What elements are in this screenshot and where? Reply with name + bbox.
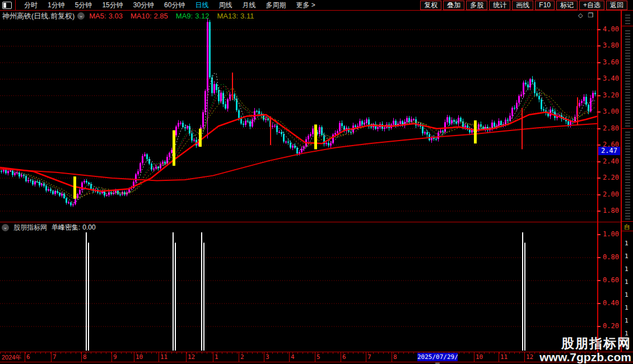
month-separator — [341, 352, 341, 362]
month-separator — [159, 352, 159, 362]
month-label: 10 — [476, 353, 483, 361]
month-separator — [51, 352, 52, 362]
price-tick — [597, 78, 601, 80]
price-label: 2.00 — [603, 190, 619, 198]
main-chart-canvas[interactable] — [0, 11, 597, 222]
price-label: 3.00 — [603, 108, 619, 115]
period-tab-6[interactable]: 日线 — [190, 1, 213, 10]
indicator-label: 1.00 — [603, 230, 619, 238]
year-label: 2024年 — [2, 353, 21, 362]
panes-icon[interactable]: ❐ — [588, 12, 598, 18]
period-tab-1[interactable]: 1分钟 — [43, 1, 70, 10]
month-label: 8 — [393, 353, 397, 361]
last-price-badge: 2.47 — [598, 147, 620, 155]
month-label: 9 — [113, 353, 117, 361]
indicator-label: 0.80 — [603, 253, 619, 261]
clipped-digit: 1 — [625, 265, 629, 273]
month-label: 6 — [26, 353, 30, 361]
month-separator — [366, 352, 366, 362]
diamond-icon[interactable]: ◇ — [578, 12, 588, 18]
month-separator — [111, 352, 112, 362]
month-label: 11 — [500, 353, 508, 361]
period-tab-7[interactable]: 周线 — [213, 1, 237, 10]
clipped-text — [625, 29, 630, 127]
period-tab-9[interactable]: 多周期 — [260, 1, 291, 10]
strip-divider — [622, 231, 633, 231]
watchlist-tab[interactable]: 自 — [624, 223, 630, 231]
ma-label: MA9: — [176, 12, 193, 20]
month-separator — [81, 352, 82, 362]
price-label: 3.20 — [603, 91, 619, 99]
toolbar-button-6[interactable]: 标记 — [556, 1, 578, 10]
chart-corner-icons[interactable]: ◇❐ — [578, 12, 598, 19]
period-tabs: 分时1分钟5分钟15分钟30分钟60分钟日线周线月线多周期更多 > — [19, 1, 320, 10]
price-label: 3.60 — [603, 58, 619, 66]
ma-value-0: MA5:3.03 — [89, 12, 123, 20]
clipped-right-panel[interactable]: 自 111111111 — [621, 11, 633, 361]
clipped-digit: 1 — [625, 317, 629, 324]
toolbar-button-4[interactable]: 画线 — [512, 1, 533, 10]
month-separator — [392, 352, 392, 362]
toolbar-button-3[interactable]: 统计 — [489, 1, 510, 10]
chart-header: 神州高铁(日线.前复权) ⌄ MA5:3.03MA10:2.85MA9:3.12… — [2, 12, 262, 20]
indicator-name: 单峰密集: — [52, 223, 80, 232]
time-axis[interactable]: 2024年 678910111212345678101112 2025/07/2… — [0, 352, 633, 362]
ma-values: MA5:3.03MA10:2.85MA9:3.12MA13:3.11 — [89, 12, 262, 20]
toolbar-button-0[interactable]: 复权 — [420, 1, 441, 10]
ma-number: 2.85 — [154, 12, 168, 20]
month-label: 7 — [367, 353, 371, 361]
ma-label: MA13: — [217, 12, 238, 20]
indicator-tick — [597, 326, 601, 327]
stock-title: 神州高铁(日线.前复权) — [2, 11, 75, 21]
stock-app-window: 分时1分钟5分钟15分钟30分钟60分钟日线周线月线多周期更多 > 复权叠加多股… — [0, 0, 633, 364]
toolbar-button-5[interactable]: F10 — [535, 1, 555, 10]
month-separator — [213, 352, 213, 362]
indicator-tick — [597, 257, 601, 258]
chevron-down-icon[interactable]: ⌄ — [77, 12, 85, 20]
period-tab-3[interactable]: 15分钟 — [97, 1, 128, 10]
toolbar-right-buttons: 复权叠加多股统计画线F10标记+自选返回 — [420, 1, 633, 10]
price-tick — [597, 29, 601, 30]
period-tab-10[interactable]: 更多 > — [291, 1, 320, 10]
month-label: 5 — [316, 353, 320, 361]
month-label: 12 — [188, 353, 195, 361]
price-tick — [597, 128, 601, 129]
indicator-tick — [597, 303, 601, 304]
toolbar-button-8[interactable]: 返回 — [606, 1, 627, 10]
toolbar-button-2[interactable]: 多股 — [466, 1, 487, 10]
period-tab-4[interactable]: 30分钟 — [128, 1, 159, 10]
period-tab-2[interactable]: 5分钟 — [70, 1, 97, 10]
month-separator — [289, 352, 290, 362]
strip-divider — [622, 26, 633, 26]
month-label: 10 — [136, 353, 143, 361]
toolbar-button-7[interactable]: +自选 — [579, 1, 604, 10]
price-tick — [597, 45, 601, 46]
month-label: 12 — [526, 353, 533, 361]
ma-value-3: MA13:3.11 — [217, 12, 254, 20]
month-separator — [134, 352, 134, 362]
period-tab-0[interactable]: 分时 — [19, 1, 43, 10]
period-tab-5[interactable]: 60分钟 — [159, 1, 190, 10]
watermark-name: 股朋指标网 — [539, 337, 631, 351]
indicator-chart-canvas[interactable] — [0, 222, 597, 352]
toolbar-button-1[interactable]: 叠加 — [443, 1, 464, 10]
price-label: 3.80 — [603, 41, 619, 49]
panel-divider — [0, 222, 621, 222]
chevron-down-icon[interactable]: ⌄ — [2, 224, 9, 231]
clipped-digit: 1 — [625, 240, 629, 247]
ma-value-1: MA10:2.85 — [131, 12, 168, 20]
month-separator — [499, 352, 499, 362]
month-label: 6 — [342, 353, 346, 361]
month-label: 8 — [83, 353, 87, 361]
month-separator — [186, 352, 187, 362]
ma-number: 3.03 — [109, 12, 123, 20]
watermark-url: www.7gpzb.com — [539, 351, 631, 363]
month-label: 1 — [215, 353, 218, 361]
ma-value-2: MA9:3.12 — [176, 12, 210, 20]
layout-split-icon[interactable] — [2, 2, 12, 9]
period-tab-8[interactable]: 月线 — [237, 1, 260, 10]
clipped-text — [625, 14, 630, 24]
selected-date-badge: 2025/07/29/二 — [417, 353, 458, 361]
ma-label: MA10: — [131, 12, 152, 20]
month-separator — [239, 352, 239, 362]
